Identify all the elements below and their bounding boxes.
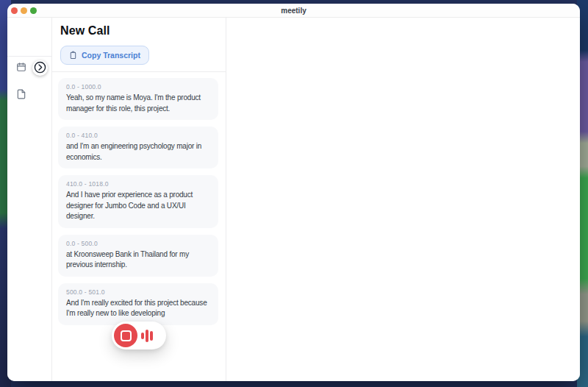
transcript-timestamp: 500.0 - 501.0 [66, 288, 210, 296]
stop-icon [121, 330, 132, 341]
transcript-timestamp: 0.0 - 410.0 [66, 132, 210, 139]
copy-transcript-button[interactable]: Copy Transcript [60, 46, 149, 65]
recording-control [112, 322, 166, 349]
transcript-timestamp: 0.0 - 1000.0 [66, 83, 210, 90]
sidebar-nav [7, 57, 51, 101]
sidebar-item-document[interactable] [15, 90, 26, 101]
window-content: New Call Copy Transcript 0.0 - 1000.0 Ye… [7, 18, 580, 381]
transcript-card: 0.0 - 1000.0 Yeah, so my name is Moya. I… [58, 78, 218, 120]
panel-header: New Call Copy Transcript [52, 18, 226, 72]
copy-transcript-label: Copy Transcript [82, 51, 140, 60]
window-title: meetily [7, 7, 580, 15]
transcript-card: 0.0 - 500.0 at Kroonsweep Bank in Thaila… [58, 235, 218, 277]
stop-recording-button[interactable] [114, 324, 137, 347]
transcript-text: Yeah, so my name is Moya. I'm the produc… [66, 93, 210, 114]
titlebar: meetily [7, 4, 580, 18]
sidebar [7, 18, 52, 381]
sidebar-row-notes [15, 90, 51, 101]
app-window: meetily [7, 4, 580, 381]
main-content [226, 18, 580, 381]
sidebar-row-meetings [15, 60, 51, 76]
calendar-icon [16, 62, 26, 74]
chevron-right-circle-icon [34, 61, 46, 76]
transcript-text: And I'm really excited for this project … [66, 298, 210, 319]
clipboard-icon [69, 51, 77, 60]
transcript-text: And I have prior experience as a product… [66, 190, 210, 222]
transcript-card: 500.0 - 501.0 And I'm really excited for… [58, 283, 218, 325]
transcript-timestamp: 0.0 - 500.0 [66, 240, 210, 247]
transcript-panel: New Call Copy Transcript 0.0 - 1000.0 Ye… [52, 18, 226, 381]
page-title: New Call [60, 24, 217, 38]
transcript-card: 0.0 - 410.0 and I'm an engineering psych… [58, 127, 218, 168]
audio-level-icon [141, 330, 153, 342]
transcript-text: at Kroonsweep Bank in Thailand for my pr… [66, 249, 210, 271]
document-icon [16, 89, 26, 102]
transcript-text: and I'm an engineering psychology major … [66, 141, 210, 163]
sidebar-item-calendar[interactable] [15, 63, 26, 74]
expand-sidebar-button[interactable] [32, 60, 48, 76]
transcript-card: 410.0 - 1018.0 And I have prior experien… [58, 175, 218, 228]
transcript-timestamp: 410.0 - 1018.0 [66, 180, 210, 188]
sidebar-top-spacer [7, 18, 51, 57]
